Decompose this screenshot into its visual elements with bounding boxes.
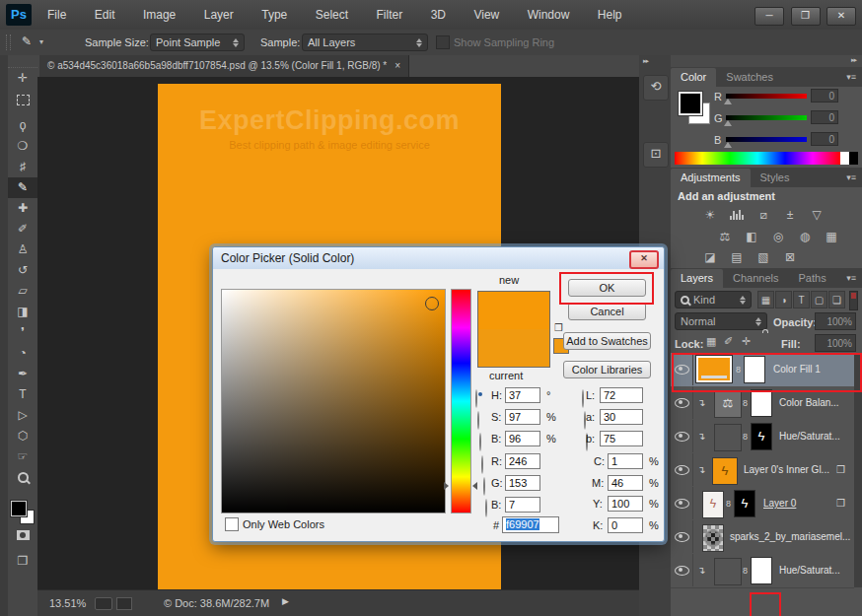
- filter-adjustment-layers-icon[interactable]: ◑: [775, 291, 792, 308]
- blend-mode-dropdown[interactable]: Normal: [675, 312, 767, 330]
- menu-3d[interactable]: 3D: [419, 0, 458, 30]
- r-radio[interactable]: [481, 455, 483, 474]
- crop-tool-icon[interactable]: ♯: [8, 157, 37, 177]
- layer-mask-thumbnail[interactable]: ϟ: [751, 423, 772, 450]
- filter-pixel-layers-icon[interactable]: ▦: [757, 291, 774, 308]
- document-tab-close-icon[interactable]: ×: [395, 55, 400, 77]
- only-web-colors-checkbox[interactable]: [225, 517, 239, 531]
- quick-mask-mode-icon[interactable]: [8, 530, 37, 551]
- menu-layer[interactable]: Layer: [192, 0, 246, 30]
- share-icon[interactable]: [116, 597, 132, 610]
- layer-name[interactable]: Color Balan...: [779, 386, 839, 420]
- lock-transparent-icon[interactable]: ▦: [706, 335, 716, 348]
- add-to-swatches-button[interactable]: Add to Swatches: [563, 332, 651, 350]
- layer-name[interactable]: sparks_2_by_mariasemel...: [730, 520, 850, 554]
- h-radio[interactable]: [475, 389, 477, 408]
- screen-mode-icon[interactable]: ❐: [8, 551, 37, 572]
- color-libraries-button[interactable]: Color Libraries: [563, 361, 651, 378]
- gradient-map-icon[interactable]: [807, 249, 826, 265]
- adjustment-layer-thumbnail[interactable]: [714, 558, 742, 585]
- l-field[interactable]: 72: [600, 387, 643, 403]
- shape-tool-icon[interactable]: ⬡: [8, 426, 37, 446]
- ok-button[interactable]: OK: [568, 279, 646, 297]
- layer-row-inner-glow[interactable]: ↴ ϟ Layer 0's Inner Gl... ❐: [671, 453, 854, 488]
- dialog-title-bar[interactable]: Color Picker (Solid Color): [213, 247, 664, 269]
- opacity-field[interactable]: 100%: [815, 312, 856, 330]
- adjustment-layer-thumbnail[interactable]: [714, 424, 742, 451]
- foreground-color-swatch[interactable]: [11, 501, 27, 516]
- menu-view[interactable]: View: [462, 0, 511, 30]
- b-slider-track[interactable]: [726, 137, 807, 142]
- tab-adjustments[interactable]: Adjustments: [671, 169, 751, 187]
- healing-brush-tool-icon[interactable]: ✚: [8, 198, 37, 219]
- menu-image[interactable]: Image: [131, 0, 187, 30]
- g-value-field[interactable]: 0: [811, 110, 838, 124]
- g-field[interactable]: 153: [505, 475, 540, 491]
- c-field[interactable]: 1: [608, 453, 643, 469]
- b-field[interactable]: 96: [505, 431, 540, 446]
- gradient-tool-icon[interactable]: ◨: [8, 302, 37, 322]
- effects-badge-icon[interactable]: ❐: [836, 453, 845, 487]
- effects-badge-icon[interactable]: ❐: [836, 487, 845, 520]
- levels-icon[interactable]: [727, 207, 747, 223]
- tab-swatches[interactable]: Swatches: [716, 68, 783, 87]
- dialog-close-icon[interactable]: ✕: [629, 250, 659, 269]
- l-radio[interactable]: [582, 389, 584, 408]
- layer-filter-kind-dropdown[interactable]: Kind: [675, 291, 752, 308]
- tab-channels[interactable]: Channels: [723, 269, 788, 288]
- color-lookup-icon[interactable]: ▦: [822, 229, 841, 244]
- g-slider-thumb[interactable]: [724, 120, 732, 126]
- layer-mask-thumbnail[interactable]: ϟ: [734, 490, 755, 517]
- filter-shape-layers-icon[interactable]: ▢: [811, 291, 827, 308]
- a-field[interactable]: 30: [600, 409, 643, 425]
- layer-name[interactable]: Color Fill 1: [773, 353, 821, 386]
- filter-smart-object-layers-icon[interactable]: ❏: [828, 291, 845, 308]
- color-spectrum-ramp[interactable]: [675, 152, 840, 165]
- zoom-tool-icon[interactable]: [8, 472, 37, 493]
- menu-window[interactable]: Window: [516, 0, 582, 30]
- layer-thumbnail[interactable]: ϟ: [712, 457, 738, 485]
- threshold-icon[interactable]: ▧: [754, 249, 773, 265]
- collapse-dock-arrows-icon[interactable]: ▸▸: [851, 56, 856, 64]
- layer-name[interactable]: Layer 0's Inner Gl...: [744, 453, 829, 487]
- marquee-tool-icon[interactable]: [8, 95, 37, 115]
- hand-tool-icon[interactable]: ☞: [8, 446, 37, 467]
- tab-layers[interactable]: Layers: [671, 269, 723, 288]
- b2-radio[interactable]: [485, 499, 487, 517]
- blur-tool-icon[interactable]: ❜: [8, 322, 37, 343]
- lock-paint-icon[interactable]: ✐: [724, 335, 733, 348]
- panel-menu-icon[interactable]: ▾≡: [840, 169, 862, 187]
- layer-filter-toggle[interactable]: [849, 291, 858, 310]
- invert-icon[interactable]: ◪: [700, 249, 720, 265]
- eyedropper-tool-preset-icon[interactable]: ✎: [22, 34, 32, 48]
- layer-mask-thumbnail[interactable]: [751, 557, 772, 584]
- foreground-swatch[interactable]: [679, 92, 702, 115]
- path-selection-tool-icon[interactable]: ▷: [8, 405, 37, 426]
- layer-thumbnail[interactable]: ϟ: [702, 491, 724, 518]
- menu-help[interactable]: Help: [586, 0, 634, 30]
- vibrance-icon[interactable]: ▽: [807, 207, 826, 223]
- layer-mask-thumbnail[interactable]: [751, 389, 772, 417]
- brush-tool-icon[interactable]: ✐: [8, 219, 37, 240]
- menu-filter[interactable]: Filter: [365, 0, 415, 30]
- visibility-eye-icon[interactable]: [671, 554, 693, 586]
- visibility-eye-icon[interactable]: [671, 386, 693, 419]
- tool-preset-caret-icon[interactable]: ▾: [39, 37, 43, 46]
- layer-row-layer-0[interactable]: ϟ 8 ϟ Layer 0 ❐: [671, 487, 854, 521]
- status-menu-arrow-icon[interactable]: ▶: [282, 596, 289, 606]
- s-radio[interactable]: [477, 411, 479, 430]
- photo-filter-icon[interactable]: ◎: [768, 229, 788, 244]
- layer-row-sparks[interactable]: sparks_2_by_mariasemel...: [671, 520, 854, 555]
- panel-menu-icon[interactable]: ▾≡: [840, 68, 862, 87]
- r-slider-thumb[interactable]: [724, 99, 732, 104]
- filter-type-layers-icon[interactable]: T: [793, 291, 810, 308]
- visibility-eye-icon[interactable]: [671, 453, 693, 486]
- brightness-contrast-icon[interactable]: ☀: [700, 207, 720, 223]
- spectrum-white-chip[interactable]: [840, 152, 849, 165]
- layer-row-color-fill-1[interactable]: 8 Color Fill 1: [671, 353, 854, 387]
- restore-button[interactable]: ❐: [791, 7, 821, 26]
- sample-size-dropdown[interactable]: Point Sample: [150, 34, 245, 51]
- lock-position-icon[interactable]: ✛: [742, 335, 751, 348]
- type-tool-icon[interactable]: T: [8, 384, 37, 405]
- s-field[interactable]: 97: [505, 409, 540, 425]
